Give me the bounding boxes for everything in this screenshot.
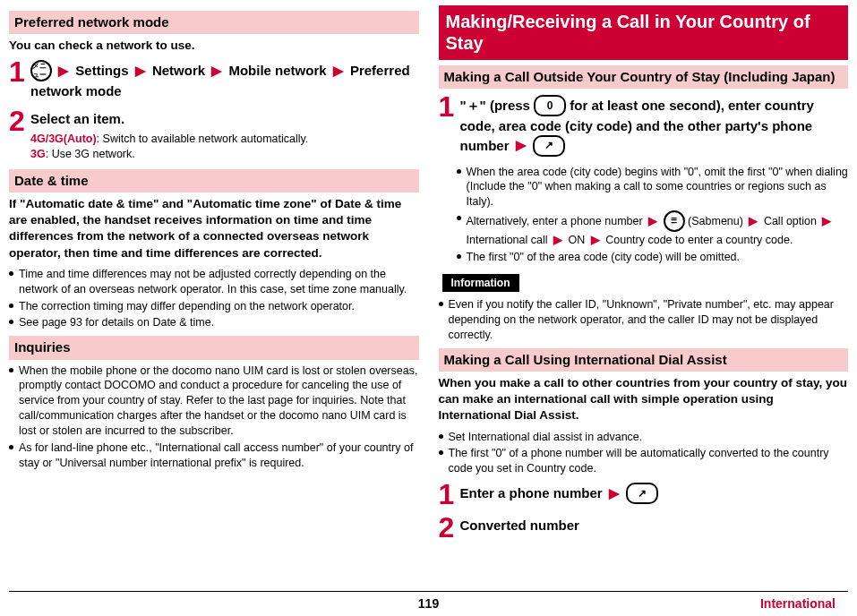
bullet-item: The first "0" of the area code (city cod…	[457, 250, 849, 265]
option-3g-label: 3G	[30, 148, 46, 160]
preferred-mode-lead: You can check a network to use.	[9, 38, 419, 54]
bullet-item: When the area code (city code) begins wi…	[457, 165, 849, 210]
dial-assist-lead: When you make a call to other countries …	[439, 375, 849, 424]
step-number: 2	[9, 108, 30, 134]
bullet-item: Even if you notify the caller ID, "Unkno…	[439, 297, 849, 343]
submenu-key-icon: ☰	[664, 210, 685, 232]
zero-key-icon: 0	[534, 95, 566, 116]
dial-assist-step-2: 2 Converted number	[439, 515, 849, 541]
outside-bullets: When the area code (city code) begins wi…	[457, 165, 849, 265]
step1-text-a: "＋" (press	[460, 98, 530, 113]
call-key-icon: ↗	[626, 483, 658, 504]
step-number: 1	[9, 59, 30, 85]
dial-assist-step-1: 1 Enter a phone number ▶ ↗	[439, 482, 849, 508]
arrow-icon: ▶	[588, 234, 603, 246]
menu-key-icon: メニュー	[30, 60, 52, 81]
arrow-icon: ▶	[133, 63, 149, 78]
option-3g-desc: : Use 3G network.	[46, 148, 135, 160]
preferred-step-2: 2 Select an item. 4G/3G(Auto): Switch to…	[9, 108, 419, 162]
right-column: Making/Receiving a Call in Your Country …	[439, 5, 849, 548]
arrow-icon: ▶	[551, 234, 565, 246]
dial-assist-bullets: Set International dial assist in advance…	[439, 430, 849, 477]
preferred-step-1: 1 メニュー ▶ Settings ▶ Network ▶ Mobile net…	[9, 59, 419, 100]
heading-preferred-network-mode: Preferred network mode	[9, 11, 419, 34]
step-text: Converted number	[460, 518, 579, 533]
option-4g3g-desc: : Switch to available network automatica…	[97, 133, 309, 145]
page-footer: 119 International	[9, 591, 848, 612]
step2-title: Select an item.	[30, 111, 124, 126]
heading-call-outside: Making a Call Outside Your Country of St…	[439, 65, 849, 89]
bullet-item: Set International dial assist in advance…	[439, 430, 849, 445]
heading-inquiries: Inquiries	[9, 336, 419, 359]
date-time-bullets: Time and time differences may not be adj…	[9, 267, 419, 331]
bullet-item: Time and time differences may not be adj…	[9, 267, 419, 297]
information-bullets: Even if you notify the caller ID, "Unkno…	[439, 297, 849, 343]
option-4g3g-label: 4G/3G(Auto)	[30, 133, 97, 145]
bullet-item: As for land-line phone etc., "Internatio…	[9, 441, 419, 471]
date-time-lead: If "Automatic date & time" and "Automati…	[9, 196, 419, 261]
bullet-item: When the mobile phone or the docomo nano…	[9, 364, 419, 439]
outside-step-1: 1 "＋" (press 0 for at least one second),…	[439, 94, 849, 157]
arrow-icon: ▶	[746, 215, 760, 227]
information-tag: Information	[442, 274, 519, 292]
heading-date-time: Date & time	[9, 169, 419, 192]
step-text: Enter a phone number	[460, 485, 603, 500]
nav-network: Network	[152, 63, 205, 78]
arrow-icon: ▶	[330, 63, 347, 78]
arrow-icon: ▶	[513, 137, 529, 152]
bullet-item: Alternatively, enter a phone number ▶ ☰ …	[457, 211, 849, 248]
step-number: 1	[439, 94, 460, 120]
arrow-icon: ▶	[209, 63, 225, 78]
nav-settings: Settings	[75, 63, 128, 78]
step-number: 1	[439, 482, 460, 508]
inquiries-bullets: When the mobile phone or the docomo nano…	[9, 364, 419, 471]
bullet-item: The correction timing may differ dependi…	[9, 299, 419, 314]
call-key-icon: ↗	[533, 135, 565, 157]
left-column: Preferred network mode You can check a n…	[9, 5, 419, 548]
arrow-icon: ▶	[646, 215, 660, 227]
arrow-icon: ▶	[56, 63, 72, 78]
step-number: 2	[439, 515, 460, 541]
heading-dial-assist: Making a Call Using International Dial A…	[439, 348, 849, 372]
bullet-item: See page 93 for details on Date & time.	[9, 315, 419, 330]
section-name: International	[760, 595, 836, 612]
page-number: 119	[418, 595, 439, 612]
arrow-icon: ▶	[606, 485, 622, 500]
arrow-icon: ▶	[819, 215, 834, 227]
bullet-item: The first "0" of a phone number will be …	[439, 446, 849, 476]
nav-mobile-network: Mobile network	[228, 63, 326, 78]
heading-main: Making/Receiving a Call in Your Country …	[439, 5, 849, 60]
